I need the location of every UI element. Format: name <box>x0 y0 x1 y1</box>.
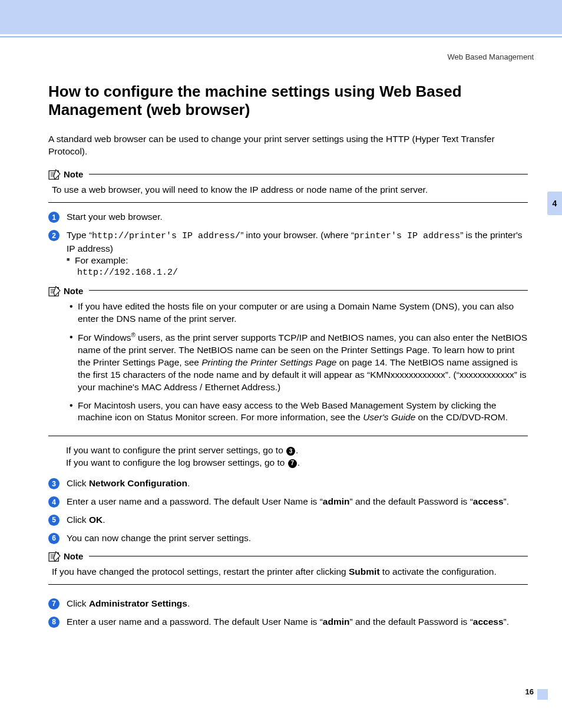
bold: admin <box>323 496 350 506</box>
step-marker: 6 <box>48 533 59 544</box>
step-7: 7 Click Administrator Settings. <box>48 598 528 610</box>
bullet-list: If you have edited the hosts file on you… <box>52 301 528 424</box>
note-rule <box>89 174 528 174</box>
top-band <box>0 0 562 34</box>
bold: Submit <box>349 566 380 577</box>
note-body: If you have edited the hosts file on you… <box>48 301 528 436</box>
note-icon <box>48 551 61 562</box>
italic-ref: Printing the Printer Settings Page <box>201 357 336 367</box>
page-number: 16 <box>525 687 534 697</box>
code: http://printer's IP address/ <box>92 231 240 241</box>
note-heading: Note <box>48 285 528 297</box>
t: on the CD/DVD-ROM. <box>415 412 508 422</box>
bold: access <box>473 496 504 506</box>
t: Click <box>67 598 89 608</box>
bold: OK <box>89 515 103 525</box>
step-marker: 8 <box>48 617 59 628</box>
step-marker: 3 <box>48 478 59 489</box>
t: Enter a user name and a password. The de… <box>67 496 323 506</box>
note-heading: Note <box>48 551 528 562</box>
t: ”. <box>504 617 509 627</box>
step-5: 5 Click OK. <box>48 514 528 526</box>
step-text: Click Network Configuration. <box>67 477 528 490</box>
goto-line: If you want to configure the print serve… <box>66 444 528 457</box>
step-ref-icon: 3 <box>286 447 295 456</box>
step-text: Type “http://printer's IP address/” into… <box>67 229 528 279</box>
step-8: 8 Enter a user name and a password. The … <box>48 616 528 628</box>
goto-line: If you want to configure the log browser… <box>66 457 528 469</box>
bold: access <box>473 617 504 627</box>
step-ref-icon: 7 <box>288 459 297 468</box>
code: printer's IP address <box>354 231 460 241</box>
note-rule <box>89 290 528 291</box>
page-content: How to configure the machine settings us… <box>48 83 528 634</box>
page-corner-mark <box>537 689 548 700</box>
list-item: If you have edited the hosts file on you… <box>70 301 528 325</box>
t: If you want to configure the print serve… <box>66 445 286 455</box>
step-text: You can now change the print server sett… <box>67 532 528 545</box>
step-marker: 1 <box>48 212 59 223</box>
t: ” and the default Password is “ <box>349 617 472 627</box>
step-3: 3 Click Network Configuration. <box>48 477 528 490</box>
note-text: To use a web browser, you will need to k… <box>52 185 428 195</box>
t: Click <box>67 515 89 525</box>
t: Type “ <box>67 230 92 240</box>
note-label: Note <box>64 551 83 562</box>
step-1: 1 Start your web browser. <box>48 211 528 223</box>
step-marker: 2 <box>48 230 59 241</box>
note-icon <box>48 286 61 297</box>
chapter-number: 4 <box>553 198 557 209</box>
step-marker: 7 <box>48 598 59 610</box>
bold: Network Configuration <box>89 478 187 488</box>
t: ”. <box>504 496 509 506</box>
step-4: 4 Enter a user name and a password. The … <box>48 496 528 508</box>
list-item: For Macintosh users, you can have easy a… <box>70 400 528 424</box>
note-body: To use a web browser, you will need to k… <box>48 184 528 203</box>
step-text: Start your web browser. <box>67 211 528 223</box>
bold: admin <box>323 617 350 627</box>
t: For Windows <box>78 332 131 342</box>
goto-block: If you want to configure the print serve… <box>48 444 528 469</box>
t: If you want to configure the log browser… <box>66 457 287 467</box>
note-icon <box>48 169 61 180</box>
italic-ref: User's Guide <box>363 412 415 422</box>
t: ” and the default Password is “ <box>349 496 472 506</box>
page-title: How to configure the machine settings us… <box>48 83 528 119</box>
note-label: Note <box>64 285 83 297</box>
step-2: 2 Type “http://printer's IP address/” in… <box>48 229 528 279</box>
note-label: Note <box>64 169 83 180</box>
sub-bullet: For example: <box>67 255 528 267</box>
running-header: Web Based Management <box>448 52 534 62</box>
note-rule <box>89 556 528 556</box>
bold: Administrator Settings <box>89 598 187 608</box>
example-label: For example: <box>75 255 128 265</box>
step-text: Enter a user name and a password. The de… <box>67 496 528 508</box>
list-item: For Windows® users, as the print server … <box>70 331 528 394</box>
t: If you have changed the protocol setting… <box>52 566 349 577</box>
t: to activate the configuration. <box>380 566 497 577</box>
step-text: Enter a user name and a password. The de… <box>67 616 528 628</box>
step-marker: 5 <box>48 515 59 526</box>
top-rule <box>0 37 562 37</box>
t: Click <box>67 478 89 488</box>
step-marker: 4 <box>48 496 59 508</box>
note-heading: Note <box>48 169 528 180</box>
note-body: If you have changed the protocol setting… <box>48 566 528 585</box>
step-6: 6 You can now change the print server se… <box>48 532 528 545</box>
intro-paragraph: A standard web browser can be used to ch… <box>48 133 528 158</box>
t: Enter a user name and a password. The de… <box>67 617 323 627</box>
chapter-tab: 4 <box>547 192 562 215</box>
t: ” into your browser. (where “ <box>240 230 354 240</box>
example-code: http://192.168.1.2/ <box>77 267 528 279</box>
reg-mark: ® <box>131 332 135 338</box>
step-text: Click OK. <box>67 514 528 526</box>
step-text: Click Administrator Settings. <box>67 598 528 610</box>
